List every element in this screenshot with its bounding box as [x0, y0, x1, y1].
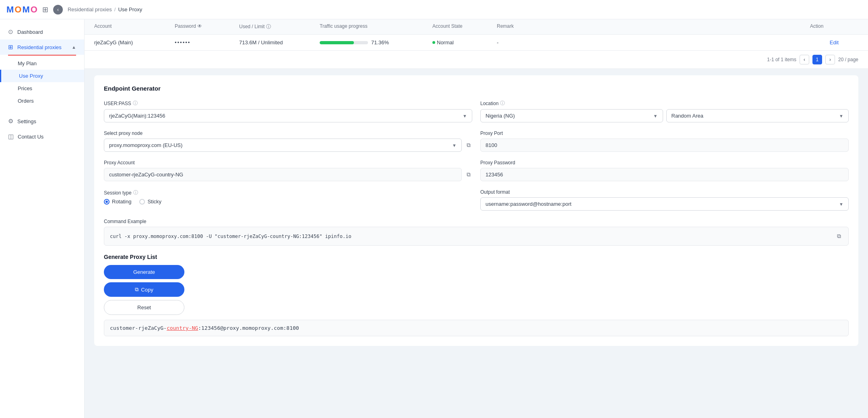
cell-progress: 71.36% — [320, 39, 432, 46]
col-account: Account — [94, 23, 175, 30]
output-format-group: Output format username:password@hostname… — [480, 189, 849, 211]
sticky-option[interactable]: Sticky — [139, 199, 161, 205]
command-copy-button[interactable]: ⧉ — [835, 231, 843, 241]
sidebar-contact-label: Contact Us — [18, 134, 43, 140]
location-group: Location ⓘ Nigeria (NG) ▼ Random Area ▼ — [480, 100, 849, 122]
progress-label: 71.36% — [371, 39, 389, 46]
reset-button[interactable]: Reset — [104, 300, 184, 315]
proxy-node-label: Select proxy node — [104, 130, 472, 136]
sidebar-item-settings[interactable]: ⚙ Settings — [0, 114, 84, 129]
session-type-group: Session type ⓘ Rotating Sticky — [104, 189, 472, 211]
command-text: curl -x proxy.momoproxy.com:8100 -U "cus… — [110, 234, 351, 239]
progress-bg — [320, 41, 368, 44]
chevron-up-icon: ▲ — [72, 45, 76, 50]
command-label: Command Example — [104, 219, 849, 224]
sidebar-sub-myplan[interactable]: My Plan — [0, 57, 84, 70]
sidebar-item-residential[interactable]: ⊞ Residential proxies ▲ — [0, 39, 84, 55]
sidebar-item-contact[interactable]: ◫ Contact Us — [0, 129, 84, 144]
back-button[interactable]: ‹ — [53, 5, 63, 14]
accounts-table: Account Password 👁 Used / Limit ⓘ Traffi… — [85, 19, 868, 69]
pagination-info: 1-1 of 1 items — [767, 57, 796, 62]
logo: MOMO — [6, 4, 37, 15]
area-chevron: ▼ — [839, 114, 843, 118]
prev-page-button[interactable]: ‹ — [800, 55, 809, 64]
session-row: Rotating Sticky — [104, 199, 472, 205]
proxy-account-copy-button[interactable]: ⧉ — [465, 170, 472, 180]
endpoint-generator: Endpoint Generator USER:PASS ⓘ rjeZaCyG(… — [94, 75, 858, 346]
generate-title: Generate Proxy List — [104, 254, 849, 260]
copy-icon: ⧉ — [135, 286, 138, 293]
proxy-node-row: proxy.momoproxy.com (EU-US) ▼ ⧉ — [104, 139, 472, 152]
proxy-port-input[interactable]: 8100 — [480, 139, 849, 152]
per-page-selector[interactable]: 20 / page — [838, 57, 858, 62]
output-format-select[interactable]: username:password@hostname:port ▼ — [480, 197, 849, 211]
proxy-node-select[interactable]: proxy.momoproxy.com (EU-US) ▼ — [104, 139, 462, 152]
proxy-node-chevron: ▼ — [452, 143, 457, 148]
output-format-chevron: ▼ — [839, 202, 843, 207]
proxy-account-label: Proxy Account — [104, 160, 472, 166]
rotating-radio[interactable] — [104, 199, 110, 205]
user-pass-help-icon[interactable]: ⓘ — [133, 100, 138, 107]
proxy-node-group: Select proxy node proxy.momoproxy.com (E… — [104, 130, 472, 152]
area-select[interactable]: Random Area ▼ — [666, 109, 849, 122]
grid-icon[interactable]: ⊞ — [42, 5, 48, 14]
generate-button[interactable]: Generate — [104, 265, 184, 279]
breadcrumb: Residential proxies / Use Proxy — [68, 6, 142, 12]
table-row: rjeZaCyG (Main) •••••• 713.6M / Unlimite… — [85, 35, 868, 51]
proxy-password-label: Proxy Password — [480, 160, 849, 166]
breadcrumb-parent[interactable]: Residential proxies — [68, 6, 112, 12]
location-help-icon[interactable]: ⓘ — [500, 100, 505, 107]
col-traffic: Traffic usage progress — [320, 23, 432, 30]
command-section: Command Example curl -x proxy.momoproxy.… — [104, 219, 849, 246]
sidebar-item-dashboard[interactable]: ⊙ Dashboard — [0, 24, 84, 39]
session-help-icon[interactable]: ⓘ — [133, 189, 138, 196]
country-select[interactable]: Nigeria (NG) ▼ — [480, 109, 663, 122]
breadcrumb-current: Use Proxy — [118, 6, 142, 12]
sticky-radio[interactable] — [139, 199, 145, 205]
col-password: Password 👁 — [175, 23, 239, 30]
proxy-password-group: Proxy Password 123456 — [480, 160, 849, 181]
cell-used-limit: 713.6M / Unlimited — [239, 39, 320, 46]
proxy-output: customer-rjeZaCyG-country-NG:123456@prox… — [104, 320, 849, 336]
table-header: Account Password 👁 Used / Limit ⓘ Traffi… — [85, 19, 868, 35]
cell-remark: - — [497, 39, 810, 46]
sidebar-prices-label: Prices — [18, 85, 32, 91]
col-action: Action — [810, 23, 858, 30]
proxy-password-input: 123456 — [480, 168, 849, 181]
user-pass-group: USER:PASS ⓘ rjeZaCyG(Main):123456 ▼ — [104, 100, 472, 122]
sidebar-sub-useproxy[interactable]: Use Proxy — [0, 70, 84, 82]
dashboard-icon: ⊙ — [8, 28, 13, 35]
session-type-label: Session type ⓘ — [104, 189, 472, 196]
proxy-port-group: Proxy Port 8100 — [480, 130, 849, 152]
command-box: curl -x proxy.momoproxy.com:8100 -U "cus… — [104, 227, 849, 246]
col-remark: Remark — [497, 23, 810, 30]
output-format-label: Output format — [480, 189, 849, 195]
endpoint-title: Endpoint Generator — [104, 85, 849, 92]
proxy-node-copy-button[interactable]: ⧉ — [465, 140, 472, 150]
form-grid: USER:PASS ⓘ rjeZaCyG(Main):123456 ▼ Loca… — [104, 100, 849, 211]
user-pass-select[interactable]: rjeZaCyG(Main):123456 ▼ — [104, 109, 472, 122]
proxy-account-group: Proxy Account customer-rjeZaCyG-country-… — [104, 160, 472, 181]
next-page-button[interactable]: › — [825, 55, 835, 64]
generate-section: Generate Proxy List Generate ⧉ Copy Rese… — [104, 254, 849, 336]
state-dot — [432, 41, 435, 44]
location-label: Location ⓘ — [480, 100, 849, 107]
rotating-option[interactable]: Rotating — [104, 199, 131, 205]
contact-icon: ◫ — [8, 133, 14, 140]
copy-button[interactable]: ⧉ Copy — [104, 282, 184, 297]
sidebar-useproxy-label: Use Proxy — [19, 73, 43, 79]
proxy-account-value: customer-rjeZaCyG-country-NG — [104, 168, 462, 181]
main-content: Account Password 👁 Used / Limit ⓘ Traffi… — [85, 19, 868, 418]
sidebar-residential-label: Residential proxies — [17, 44, 62, 50]
edit-button[interactable]: Edit — [810, 39, 858, 46]
sidebar-settings-label: Settings — [17, 118, 36, 124]
country-chevron: ▼ — [653, 114, 658, 118]
col-state: Account State — [432, 23, 497, 30]
residential-icon: ⊞ — [8, 43, 13, 51]
sidebar-sub-orders[interactable]: Orders — [0, 95, 84, 107]
user-pass-chevron: ▼ — [463, 114, 467, 118]
sidebar-sub-prices[interactable]: Prices — [0, 82, 84, 95]
sidebar-myplan-label: My Plan — [18, 60, 37, 66]
page-1-button[interactable]: 1 — [812, 55, 822, 64]
progress-fill — [320, 41, 354, 44]
